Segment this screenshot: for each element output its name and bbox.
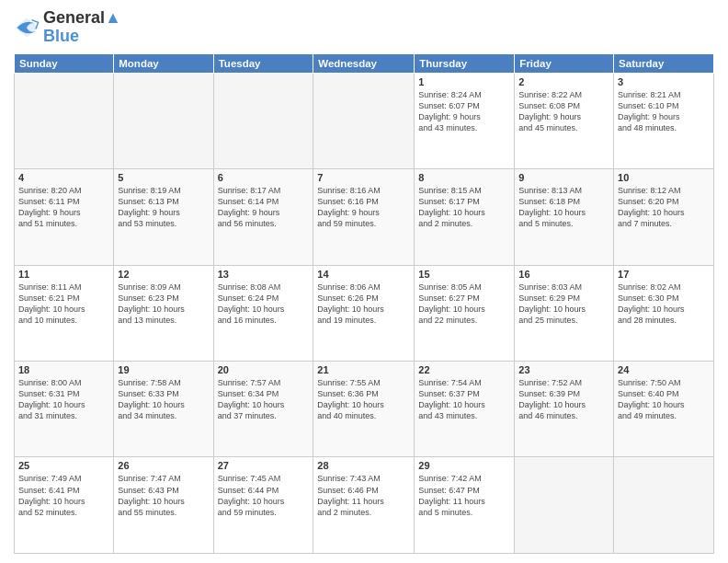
day-number: 15 [418, 269, 510, 280]
day-number: 6 [218, 172, 310, 183]
day-info: Sunrise: 7:43 AM Sunset: 6:46 PM Dayligh… [317, 473, 410, 518]
calendar-day-cell: 8Sunrise: 8:15 AM Sunset: 6:17 PM Daylig… [415, 169, 515, 265]
day-info: Sunrise: 7:57 AM Sunset: 6:34 PM Dayligh… [218, 377, 310, 422]
day-info: Sunrise: 7:54 AM Sunset: 6:37 PM Dayligh… [418, 377, 510, 422]
day-info: Sunrise: 7:50 AM Sunset: 6:40 PM Dayligh… [618, 377, 710, 422]
day-number: 19 [118, 364, 209, 375]
day-info: Sunrise: 8:05 AM Sunset: 6:27 PM Dayligh… [418, 282, 510, 327]
day-info: Sunrise: 7:45 AM Sunset: 6:44 PM Dayligh… [218, 473, 310, 518]
calendar-day-header: Sunday [15, 53, 114, 73]
calendar-week-row: 4Sunrise: 8:20 AM Sunset: 6:11 PM Daylig… [15, 169, 714, 265]
calendar-day-cell [515, 457, 614, 554]
header: General▲ Blue [14, 9, 714, 46]
calendar-day-cell: 23Sunrise: 7:52 AM Sunset: 6:39 PM Dayli… [515, 362, 614, 457]
calendar-day-cell [15, 73, 114, 168]
day-number: 1 [418, 76, 510, 87]
calendar-day-cell: 3Sunrise: 8:21 AM Sunset: 6:10 PM Daylig… [614, 73, 714, 168]
calendar-day-cell: 21Sunrise: 7:55 AM Sunset: 6:36 PM Dayli… [313, 362, 415, 457]
calendar-day-header: Wednesday [313, 53, 415, 73]
day-number: 22 [418, 364, 510, 375]
calendar-day-cell: 22Sunrise: 7:54 AM Sunset: 6:37 PM Dayli… [415, 362, 515, 457]
calendar-table: SundayMondayTuesdayWednesdayThursdayFrid… [14, 53, 714, 554]
calendar-day-cell: 5Sunrise: 8:19 AM Sunset: 6:13 PM Daylig… [114, 169, 213, 265]
calendar-day-cell: 13Sunrise: 8:08 AM Sunset: 6:24 PM Dayli… [213, 265, 313, 361]
logo: General▲ Blue [14, 9, 121, 46]
day-info: Sunrise: 7:42 AM Sunset: 6:47 PM Dayligh… [418, 473, 510, 518]
calendar-day-cell: 15Sunrise: 8:05 AM Sunset: 6:27 PM Dayli… [415, 265, 515, 361]
day-number: 5 [118, 172, 209, 183]
calendar-day-cell: 26Sunrise: 7:47 AM Sunset: 6:43 PM Dayli… [114, 457, 213, 554]
day-info: Sunrise: 8:12 AM Sunset: 6:20 PM Dayligh… [618, 185, 710, 230]
day-number: 2 [518, 76, 609, 87]
day-info: Sunrise: 8:22 AM Sunset: 6:08 PM Dayligh… [518, 89, 609, 134]
day-info: Sunrise: 8:24 AM Sunset: 6:07 PM Dayligh… [418, 89, 510, 134]
calendar-day-cell [614, 457, 714, 554]
day-number: 24 [618, 364, 710, 375]
day-info: Sunrise: 8:03 AM Sunset: 6:29 PM Dayligh… [518, 282, 609, 327]
day-info: Sunrise: 8:11 AM Sunset: 6:21 PM Dayligh… [18, 282, 109, 327]
calendar-day-cell [114, 73, 213, 168]
day-number: 25 [18, 460, 109, 471]
calendar-day-cell: 17Sunrise: 8:02 AM Sunset: 6:30 PM Dayli… [614, 265, 714, 361]
day-info: Sunrise: 8:20 AM Sunset: 6:11 PM Dayligh… [18, 185, 109, 230]
day-info: Sunrise: 8:21 AM Sunset: 6:10 PM Dayligh… [618, 89, 710, 134]
logo-icon [14, 15, 40, 40]
calendar-day-cell: 29Sunrise: 7:42 AM Sunset: 6:47 PM Dayli… [415, 457, 515, 554]
calendar-day-cell: 2Sunrise: 8:22 AM Sunset: 6:08 PM Daylig… [515, 73, 614, 168]
day-number: 10 [618, 172, 710, 183]
calendar-day-cell: 24Sunrise: 7:50 AM Sunset: 6:40 PM Dayli… [614, 362, 714, 457]
calendar-day-cell: 18Sunrise: 8:00 AM Sunset: 6:31 PM Dayli… [15, 362, 114, 457]
day-number: 16 [518, 269, 609, 280]
day-number: 9 [518, 172, 609, 183]
calendar-day-header: Thursday [415, 53, 515, 73]
day-number: 21 [317, 364, 410, 375]
calendar-day-cell: 4Sunrise: 8:20 AM Sunset: 6:11 PM Daylig… [15, 169, 114, 265]
calendar-week-row: 11Sunrise: 8:11 AM Sunset: 6:21 PM Dayli… [15, 265, 714, 361]
day-number: 17 [618, 269, 710, 280]
day-info: Sunrise: 8:15 AM Sunset: 6:17 PM Dayligh… [418, 185, 510, 230]
day-number: 27 [218, 460, 310, 471]
calendar-day-cell: 14Sunrise: 8:06 AM Sunset: 6:26 PM Dayli… [313, 265, 415, 361]
day-info: Sunrise: 7:49 AM Sunset: 6:41 PM Dayligh… [18, 473, 109, 518]
calendar-day-cell [313, 73, 415, 168]
day-number: 11 [18, 269, 109, 280]
calendar-header-row: SundayMondayTuesdayWednesdayThursdayFrid… [15, 53, 714, 73]
calendar-day-header: Monday [114, 53, 213, 73]
calendar-day-cell: 9Sunrise: 8:13 AM Sunset: 6:18 PM Daylig… [515, 169, 614, 265]
calendar-day-cell: 6Sunrise: 8:17 AM Sunset: 6:14 PM Daylig… [213, 169, 313, 265]
calendar-week-row: 25Sunrise: 7:49 AM Sunset: 6:41 PM Dayli… [15, 457, 714, 554]
day-info: Sunrise: 8:16 AM Sunset: 6:16 PM Dayligh… [317, 185, 410, 230]
calendar-day-cell [213, 73, 313, 168]
calendar-day-cell: 7Sunrise: 8:16 AM Sunset: 6:16 PM Daylig… [313, 169, 415, 265]
day-number: 14 [317, 269, 410, 280]
day-number: 4 [18, 172, 109, 183]
day-number: 13 [218, 269, 310, 280]
logo-text: General▲ Blue [43, 9, 121, 46]
calendar-day-cell: 25Sunrise: 7:49 AM Sunset: 6:41 PM Dayli… [15, 457, 114, 554]
day-number: 12 [118, 269, 209, 280]
calendar-day-cell: 12Sunrise: 8:09 AM Sunset: 6:23 PM Dayli… [114, 265, 213, 361]
calendar-day-header: Friday [515, 53, 614, 73]
day-number: 29 [418, 460, 510, 471]
calendar-day-cell: 27Sunrise: 7:45 AM Sunset: 6:44 PM Dayli… [213, 457, 313, 554]
day-info: Sunrise: 7:58 AM Sunset: 6:33 PM Dayligh… [118, 377, 209, 422]
day-info: Sunrise: 8:17 AM Sunset: 6:14 PM Dayligh… [218, 185, 310, 230]
calendar-week-row: 18Sunrise: 8:00 AM Sunset: 6:31 PM Dayli… [15, 362, 714, 457]
calendar-day-cell: 1Sunrise: 8:24 AM Sunset: 6:07 PM Daylig… [415, 73, 515, 168]
day-info: Sunrise: 7:55 AM Sunset: 6:36 PM Dayligh… [317, 377, 410, 422]
day-number: 3 [618, 76, 710, 87]
day-number: 7 [317, 172, 410, 183]
day-info: Sunrise: 8:19 AM Sunset: 6:13 PM Dayligh… [118, 185, 209, 230]
day-info: Sunrise: 8:02 AM Sunset: 6:30 PM Dayligh… [618, 282, 710, 327]
day-number: 8 [418, 172, 510, 183]
day-info: Sunrise: 8:09 AM Sunset: 6:23 PM Dayligh… [118, 282, 209, 327]
calendar-day-cell: 20Sunrise: 7:57 AM Sunset: 6:34 PM Dayli… [213, 362, 313, 457]
day-info: Sunrise: 8:06 AM Sunset: 6:26 PM Dayligh… [317, 282, 410, 327]
calendar-day-cell: 16Sunrise: 8:03 AM Sunset: 6:29 PM Dayli… [515, 265, 614, 361]
day-number: 23 [518, 364, 609, 375]
calendar-day-cell: 28Sunrise: 7:43 AM Sunset: 6:46 PM Dayli… [313, 457, 415, 554]
day-info: Sunrise: 8:13 AM Sunset: 6:18 PM Dayligh… [518, 185, 609, 230]
page: General▲ Blue SundayMondayTuesdayWednesd… [0, 0, 728, 563]
day-info: Sunrise: 7:52 AM Sunset: 6:39 PM Dayligh… [518, 377, 609, 422]
day-info: Sunrise: 8:00 AM Sunset: 6:31 PM Dayligh… [18, 377, 109, 422]
